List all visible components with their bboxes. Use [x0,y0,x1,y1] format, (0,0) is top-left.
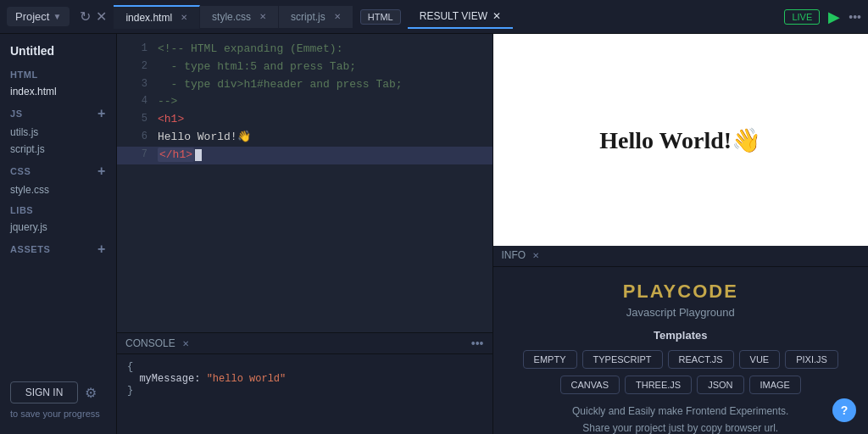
sidebar-file-jquery-js[interactable]: jquery.js [0,219,116,236]
sidebar-section-label-assets: ASSETS [10,244,50,254]
project-title: Untitled [0,41,116,66]
sidebar-section-header-css: CSS + [0,161,116,181]
save-text: to save your progress [10,409,106,419]
template-json[interactable]: JSON [697,376,743,394]
sidebar: Untitled HTML index.html JS + utils.js s… [0,34,117,434]
project-label: Project [15,10,49,23]
add-assets-button[interactable]: + [97,242,106,256]
chevron-down-icon: ▼ [53,12,61,21]
add-css-button[interactable]: + [97,164,106,178]
info-header-bar: INFO ✕ [493,246,869,267]
template-buttons: EMPTY TYPESCRIPT REACT.JS VUE PIXI.JS [510,350,852,369]
sidebar-file-style-css[interactable]: style.css [0,181,116,198]
code-line-2: 2 - type html:5 and press Tab; [117,58,492,76]
top-right-controls: LIVE ▶ ••• [784,8,861,26]
template-empty[interactable]: EMPTY [523,350,577,369]
sidebar-section-label-libs: LIBS [10,205,33,215]
info-description: Quickly and Easily make Frontend Experim… [510,403,852,434]
playcode-logo: PLAYCODE [510,281,852,303]
sign-in-button[interactable]: SIGN IN [10,381,78,403]
html-badge: HTML [360,9,401,25]
template-buttons-row2: CANVAS THREE.JS JSON IMAGE [510,376,852,394]
result-view: Hello World!👋 [493,34,869,246]
tab-script-js[interactable]: script.js ✕ [279,6,353,28]
template-pixijs[interactable]: PIXI.JS [785,350,838,369]
sidebar-section-css: CSS + style.css [0,161,116,198]
sidebar-section-label-css: CSS [10,166,31,176]
sidebar-section-header-js: JS + [0,103,116,124]
sidebar-section-header-html: HTML [0,66,116,83]
template-canvas[interactable]: CANVAS [560,376,620,394]
console-content: { myMessage: "hello world" } [117,354,492,403]
console-header: CONSOLE ✕ ••• [117,333,492,354]
code-line-5: 5 <h1> [117,111,492,129]
code-editor[interactable]: 1 <!-- HTML expanding (Emmet): 2 - type … [117,34,492,332]
templates-label: Templates [510,329,852,342]
tab-label: index.html [125,12,172,24]
sidebar-section-js: JS + utils.js script.js [0,103,116,158]
console-close-icon[interactable]: ✕ [182,339,189,348]
code-line-4: 4 --> [117,93,492,111]
tabs-container: index.html ✕ style.css ✕ script.js ✕ HTM… [114,5,777,29]
tab-index-html[interactable]: index.html ✕ [114,5,200,29]
template-typescript[interactable]: TYPESCRIPT [582,350,663,369]
sidebar-section-header-assets: ASSETS + [0,239,116,259]
template-image[interactable]: IMAGE [749,376,801,394]
info-close-icon[interactable]: ✕ [532,251,539,260]
template-threejs[interactable]: THREE.JS [625,376,692,394]
info-label: INFO [502,249,526,261]
add-js-button[interactable]: + [97,107,106,120]
sidebar-section-assets: ASSETS + [0,239,116,259]
console-panel: CONSOLE ✕ ••• { myMessage: "hello world"… [117,332,492,434]
close-icon[interactable]: ✕ [96,8,107,25]
play-button[interactable]: ▶ [828,8,840,26]
result-content: Hello World!👋 [599,126,761,154]
sidebar-bottom: SIGN IN ⚙ to save your progress [0,373,116,427]
top-bar-icons: ↻ ✕ [80,8,107,25]
sidebar-section-header-libs: LIBS [0,202,116,219]
info-panel: INFO ✕ PLAYCODE Javascript Playground Te… [493,246,869,434]
result-view-label: RESULT VIEW [420,10,487,22]
sidebar-file-utils-js[interactable]: utils.js [0,124,116,141]
tab-close-icon[interactable]: ✕ [181,13,187,22]
editor-area: 1 <!-- HTML expanding (Emmet): 2 - type … [117,34,492,434]
info-subtitle: Javascript Playground [510,306,852,319]
more-button[interactable]: ••• [849,10,861,24]
main-layout: Untitled HTML index.html JS + utils.js s… [0,34,868,434]
sidebar-file-script-js[interactable]: script.js [0,141,116,158]
template-vue[interactable]: VUE [739,350,781,369]
result-view-tab[interactable]: RESULT VIEW ✕ [408,5,513,29]
template-reactjs[interactable]: REACT.JS [668,350,734,369]
tab-label: script.js [291,11,326,23]
result-tab-close-icon[interactable]: ✕ [492,10,501,22]
live-button[interactable]: LIVE [784,9,820,25]
code-line-7: 7 </h1> [117,147,492,164]
gear-icon[interactable]: ⚙ [85,385,97,401]
sidebar-file-index-html[interactable]: index.html [0,83,116,100]
tab-close-icon[interactable]: ✕ [334,12,341,21]
code-line-3: 3 - type div>h1#header and press Tab; [117,76,492,94]
console-label: CONSOLE [125,337,175,349]
right-pane: Hello World!👋 INFO ✕ PLAYCODE Javascript… [492,34,869,434]
project-button[interactable]: Project ▼ [7,7,70,26]
tab-label: style.css [212,11,251,23]
sidebar-section-html: HTML index.html [0,66,116,100]
top-bar: Project ▼ ↻ ✕ index.html ✕ style.css ✕ s… [0,0,868,34]
tab-style-css[interactable]: style.css ✕ [200,6,279,28]
help-button[interactable]: ? [832,398,856,422]
refresh-icon[interactable]: ↻ [80,8,91,25]
code-line-6: 6 Hello World!👋 [117,129,492,147]
code-line-1: 1 <!-- HTML expanding (Emmet): [117,41,492,58]
text-cursor [195,149,202,161]
sidebar-section-label-html: HTML [10,70,38,80]
tab-close-icon[interactable]: ✕ [259,12,266,21]
console-more-icon[interactable]: ••• [471,337,484,350]
sidebar-section-libs: LIBS jquery.js [0,202,116,236]
sidebar-section-label-js: JS [10,108,23,119]
